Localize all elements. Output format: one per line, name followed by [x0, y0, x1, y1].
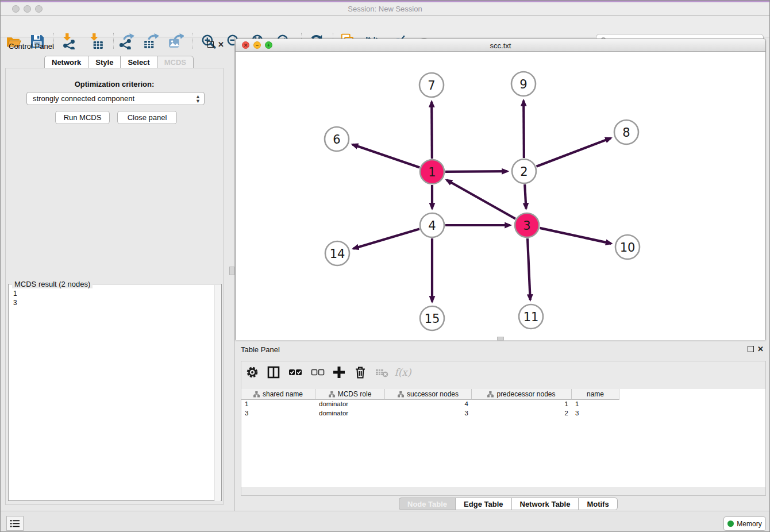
float-table-panel-icon[interactable]: [748, 346, 754, 352]
table-cell[interactable]: dominator: [315, 409, 385, 418]
edge-3-11[interactable]: [528, 238, 530, 300]
tab-style[interactable]: Style: [88, 56, 120, 68]
toggle-columns-icon[interactable]: [265, 364, 282, 381]
horizontal-divider-handle[interactable]: [497, 337, 504, 341]
window-title: Session: New Session: [1, 5, 769, 13]
edge-1-2[interactable]: [445, 171, 507, 172]
network-view-window: ✕ – + scc.txt 7968124314101511: [235, 38, 766, 340]
tab-mcds[interactable]: MCDS: [157, 56, 194, 68]
memory-status-icon: [727, 521, 734, 527]
memory-button[interactable]: Memory: [723, 516, 766, 531]
column-label: name: [587, 390, 604, 398]
table-cell[interactable]: 1: [472, 400, 572, 409]
table-cell[interactable]: 3: [241, 409, 315, 418]
status-bar: Memory: [1, 511, 769, 532]
tab-network[interactable]: Network: [44, 56, 88, 68]
unchecked-boxes-icon[interactable]: [309, 364, 326, 381]
import-table-icon[interactable]: [87, 32, 105, 51]
column-header-predecessor-nodes[interactable]: predecessor nodes: [472, 389, 572, 400]
close-table-panel-icon[interactable]: ✕: [757, 345, 764, 353]
table-cell[interactable]: 2: [472, 409, 572, 418]
trash-icon[interactable]: [352, 364, 369, 381]
add-plus-icon[interactable]: [330, 364, 348, 381]
column-label: MCDS role: [338, 390, 372, 398]
criterion-dropdown[interactable]: strongly connected component ▲▼: [26, 92, 205, 105]
settings-gear-icon[interactable]: [244, 364, 261, 381]
export-image-icon[interactable]: [167, 32, 185, 51]
table-cell[interactable]: 1: [572, 400, 619, 409]
table-cell[interactable]: 1: [241, 400, 315, 409]
graph-node-8[interactable]: 8: [614, 120, 638, 144]
graph-node-10[interactable]: 10: [615, 235, 640, 259]
graph-node-7[interactable]: 7: [419, 73, 444, 97]
mcds-result-text: 1 3: [13, 289, 17, 307]
mcds-panel: Optimization criterion: strongly connect…: [5, 68, 224, 505]
close-panel-icon[interactable]: ✕: [218, 40, 224, 49]
network-window-titlebar[interactable]: ✕ – + scc.txt: [236, 39, 765, 52]
table-row[interactable]: 3dominator323: [241, 409, 619, 418]
table-row[interactable]: 1dominator411: [241, 400, 619, 409]
close-panel-button[interactable]: Close panel: [117, 111, 177, 124]
checked-boxes-icon[interactable]: [287, 364, 304, 381]
tab-motifs[interactable]: Motifs: [578, 498, 617, 510]
graph-node-15[interactable]: 15: [420, 306, 444, 330]
export-table-icon[interactable]: [142, 32, 160, 51]
application-window: Session: New Session: [0, 0, 770, 532]
task-list-button[interactable]: [6, 516, 24, 531]
edge-1-7[interactable]: [432, 102, 432, 159]
table-panel-title: Table Panel: [241, 345, 280, 354]
control-panel-tabs: NetworkStyleSelectMCDS: [44, 56, 194, 68]
edge-3-10[interactable]: [540, 228, 611, 244]
graph-node-4[interactable]: 4: [420, 213, 444, 237]
fx-label: f(x): [394, 367, 411, 378]
table-cell[interactable]: 3: [385, 409, 472, 418]
graph-node-1[interactable]: 1: [420, 160, 444, 184]
node-label: 11: [523, 310, 539, 324]
network-canvas[interactable]: 7968124314101511: [236, 52, 765, 340]
node-label: 3: [523, 219, 530, 233]
edge-2-9[interactable]: [523, 101, 524, 158]
network-graph: 7968124314101511: [236, 52, 765, 340]
tab-edge-table[interactable]: Edge Table: [455, 498, 511, 510]
edge-4-14[interactable]: [353, 229, 419, 249]
run-mcds-button[interactable]: Run MCDS: [55, 111, 110, 124]
export-network-icon[interactable]: [117, 32, 136, 51]
node-label: 8: [622, 126, 630, 140]
column-header-shared-name[interactable]: shared name: [241, 389, 315, 400]
graph-node-9[interactable]: 9: [511, 72, 536, 96]
column-label: successor nodes: [407, 390, 459, 398]
column-header-successor-nodes[interactable]: successor nodes: [385, 389, 472, 400]
list-icon: [10, 519, 20, 528]
column-label: predecessor nodes: [496, 390, 555, 398]
tab-node-table[interactable]: Node Table: [399, 498, 455, 510]
edge-1-6[interactable]: [352, 144, 419, 167]
import-network-icon[interactable]: [60, 32, 78, 51]
float-panel-icon[interactable]: [207, 41, 214, 48]
control-panel-title: Control Panel: [9, 42, 54, 51]
tab-select[interactable]: Select: [120, 56, 156, 68]
graph-node-14[interactable]: 14: [325, 241, 349, 265]
column-header-name[interactable]: name: [572, 389, 619, 400]
mcds-result-box: MCDS result (2 nodes) 1 3: [8, 284, 222, 501]
graph-node-2[interactable]: 2: [512, 159, 536, 183]
node-label: 15: [425, 312, 440, 326]
edge-2-8[interactable]: [536, 138, 610, 166]
function-fx-icon: f(x): [394, 364, 411, 381]
edge-3-1[interactable]: [446, 180, 515, 218]
column-header-MCDS-role[interactable]: MCDS role: [315, 389, 385, 400]
node-label: 6: [333, 133, 340, 147]
panel-divider-handle[interactable]: [229, 267, 234, 275]
optimization-criterion-label: Optimization criterion:: [6, 80, 223, 88]
node-label: 2: [520, 165, 528, 179]
table-cell[interactable]: dominator: [315, 400, 385, 409]
tab-network-table[interactable]: Network Table: [511, 498, 579, 510]
graph-node-11[interactable]: 11: [519, 304, 543, 329]
result-scrollbar[interactable]: [214, 285, 221, 501]
memory-label: Memory: [737, 520, 761, 528]
edge-2-3[interactable]: [525, 184, 526, 209]
table-cell[interactable]: 4: [385, 400, 472, 409]
graph-node-3[interactable]: 3: [515, 213, 539, 237]
table-cell[interactable]: 3: [572, 409, 619, 418]
graph-node-6[interactable]: 6: [325, 127, 349, 151]
node-table: shared nameMCDS rolesuccessor nodesprede…: [241, 389, 765, 487]
